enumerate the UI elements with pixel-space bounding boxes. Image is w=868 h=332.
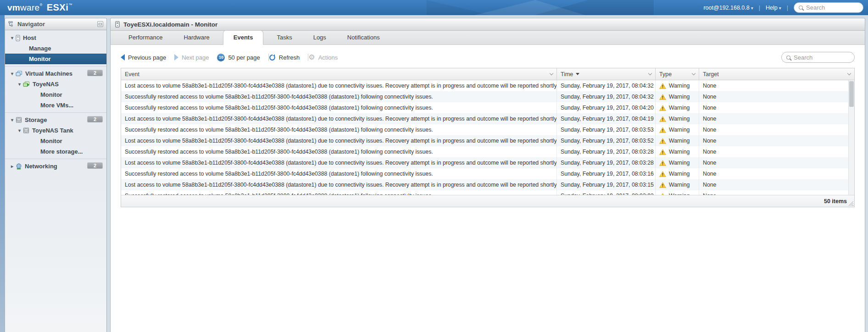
collapse-navigator-button[interactable]	[97, 21, 103, 27]
sidebar-item-toyenas[interactable]: ▾ ToyeNAS	[5, 79, 106, 89]
topbar-search-input[interactable]	[806, 4, 858, 11]
table-row[interactable]: Successfully restored access to volume 5…	[121, 124, 854, 135]
main-panel: ToyeESXi.localdomain - Monitor Performan…	[110, 18, 865, 332]
sidebar-item-storage[interactable]: ▾ Storage 2	[5, 115, 106, 125]
tabs-bar: Performance Hardware Events Tasks Logs N…	[111, 31, 865, 45]
column-header-time[interactable]: Time	[557, 68, 656, 80]
chevron-down-icon: ▾	[751, 6, 753, 11]
next-page-button[interactable]: Next page	[174, 54, 209, 61]
sidebar-item-toyenas-tank-monitor[interactable]: Monitor	[5, 136, 106, 146]
event-cell: Lost access to volume 58a8b3e1-b11d205f-…	[121, 157, 557, 168]
table-row[interactable]: Lost access to volume 58a8b3e1-b11d205f-…	[121, 135, 854, 146]
events-search-input[interactable]	[794, 54, 850, 61]
tab-notifications[interactable]: Notifications	[339, 30, 388, 45]
chevron-expanded-icon: ▾	[10, 35, 15, 40]
type-cell: Warning	[656, 190, 699, 195]
topbar-search[interactable]	[794, 2, 863, 13]
networking-icon	[16, 163, 22, 170]
target-cell: None	[699, 124, 854, 135]
column-header-target[interactable]: Target	[699, 68, 854, 80]
sidebar-item-more-vms[interactable]: More VMs...	[5, 100, 106, 111]
chevron-expanded-icon: ▾	[17, 82, 22, 87]
previous-page-button[interactable]: Previous page	[121, 54, 166, 61]
column-menu-icon[interactable]	[648, 71, 652, 75]
table-row[interactable]: Successfully restored access to volume 5…	[121, 168, 854, 179]
event-cell: Successfully restored access to volume 5…	[121, 190, 557, 195]
sidebar-item-host-manage[interactable]: Manage	[5, 43, 106, 54]
sidebar-item-host-monitor[interactable]: Monitor	[5, 54, 106, 64]
table-footer: 50 items	[121, 195, 854, 207]
previous-page-icon	[121, 54, 125, 61]
table-row[interactable]: Lost access to volume 58a8b3e1-b11d205f-…	[121, 80, 854, 91]
warning-icon	[659, 182, 666, 188]
column-menu-icon[interactable]	[847, 71, 851, 75]
separator: |	[787, 5, 788, 11]
scrollbar-thumb[interactable]	[849, 81, 854, 107]
table-row[interactable]: Successfully restored access to volume 5…	[121, 91, 854, 102]
sidebar-item-more-storage[interactable]: More storage...	[5, 146, 106, 157]
refresh-button[interactable]: Refresh	[269, 54, 300, 61]
time-cell: Sunday, February 19, 2017, 08:03:52 -080…	[557, 135, 656, 146]
sidebar-item-networking[interactable]: ▸ Networking 2	[5, 161, 106, 172]
sidebar-item-virtual-machines[interactable]: ▾ Virtual Machines 2	[5, 68, 106, 79]
chevron-expanded-icon: ▾	[10, 71, 15, 76]
navigator-header: Navigator	[5, 18, 106, 30]
user-menu[interactable]: root@192.168.0.8▾	[703, 5, 753, 11]
table-header: Event Time Type Target	[121, 68, 854, 80]
time-cell: Sunday, February 19, 2017, 08:04:32 -080…	[557, 80, 656, 91]
tree-separator	[5, 66, 106, 66]
sidebar-item-toyenas-monitor[interactable]: Monitor	[5, 89, 106, 100]
actions-button[interactable]: ⚙ Actions	[308, 54, 338, 61]
time-cell: Sunday, February 19, 2017, 08:03:15 -080…	[557, 179, 656, 190]
vm-powered-on-icon	[23, 81, 30, 87]
event-cell: Successfully restored access to volume 5…	[121, 91, 557, 102]
count-badge: 2	[87, 162, 103, 169]
help-menu[interactable]: Help▾	[766, 5, 781, 11]
next-page-icon	[174, 54, 178, 61]
tab-events[interactable]: Events	[223, 30, 264, 45]
gear-icon: ⚙	[308, 54, 315, 61]
column-menu-icon[interactable]	[550, 71, 553, 75]
column-menu-icon[interactable]	[692, 71, 696, 75]
type-cell: Warning	[656, 168, 699, 179]
warning-icon	[659, 171, 666, 177]
type-cell: Warning	[656, 135, 699, 146]
warning-icon	[659, 138, 666, 144]
table-row[interactable]: Successfully restored access to volume 5…	[121, 146, 854, 157]
warning-icon	[659, 94, 666, 100]
events-toolbar: Previous page Next page 10 50 per page R…	[121, 51, 855, 63]
topbar: vmware®ESXi™ root@192.168.0.8▾ | Help▾ |	[0, 0, 868, 15]
table-row[interactable]: Lost access to volume 58a8b3e1-b11d205f-…	[121, 113, 854, 124]
events-search[interactable]	[781, 52, 855, 63]
separator: |	[759, 5, 760, 11]
per-page-button[interactable]: 10 50 per page	[217, 54, 260, 61]
type-cell: Warning	[656, 113, 699, 124]
table-row[interactable]: Lost access to volume 58a8b3e1-b11d205f-…	[121, 179, 854, 190]
tab-tasks[interactable]: Tasks	[269, 30, 300, 45]
tab-performance[interactable]: Performance	[121, 30, 170, 45]
column-header-event[interactable]: Event	[121, 68, 557, 80]
table-scrollbar[interactable]	[848, 80, 854, 195]
sidebar-item-host[interactable]: ▾ Host	[5, 33, 106, 43]
column-header-type[interactable]: Type	[656, 68, 699, 80]
tab-hardware[interactable]: Hardware	[176, 30, 217, 45]
host-icon	[16, 35, 20, 41]
tab-logs[interactable]: Logs	[306, 30, 334, 45]
warning-icon	[659, 160, 666, 166]
sidebar-item-toyenas-tank[interactable]: ▾ ToyeNAS Tank	[5, 125, 106, 136]
type-cell: Warning	[656, 124, 699, 135]
type-cell: Warning	[656, 146, 699, 157]
time-cell: Sunday, February 19, 2017, 08:03:28 -080…	[557, 146, 656, 157]
event-cell: Lost access to volume 58a8b3e1-b11d205f-…	[121, 179, 557, 190]
event-cell: Lost access to volume 58a8b3e1-b11d205f-…	[121, 113, 557, 124]
virtual-machines-icon	[16, 71, 22, 77]
tree-separator	[5, 112, 106, 113]
resize-grip[interactable]	[848, 201, 853, 206]
type-cell: Warning	[656, 91, 699, 102]
vmware-esxi-logo: vmware®ESXi™	[7, 2, 72, 13]
target-cell: None	[699, 179, 854, 190]
table-row[interactable]: Successfully restored access to volume 5…	[121, 190, 854, 195]
table-row[interactable]: Successfully restored access to volume 5…	[121, 102, 854, 113]
refresh-icon	[269, 54, 276, 61]
table-row[interactable]: Lost access to volume 58a8b3e1-b11d205f-…	[121, 157, 854, 168]
